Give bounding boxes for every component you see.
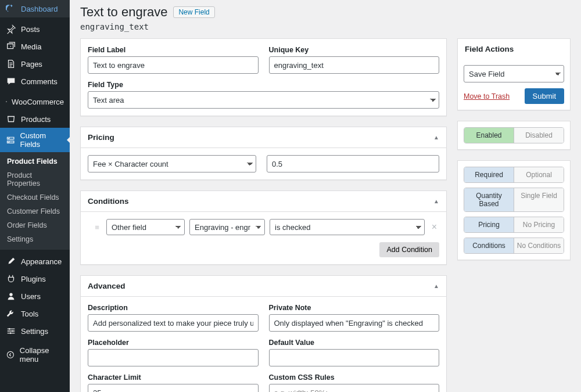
css-rules-input[interactable]	[269, 384, 440, 392]
conditions-toggle[interactable]: Conditions No Conditions	[464, 238, 564, 254]
pricing-amount-input[interactable]	[267, 155, 439, 172]
svg-point-2	[9, 328, 10, 330]
new-field-button[interactable]: New Field	[173, 6, 214, 18]
sidebar-label: Pages	[21, 60, 42, 69]
sidebar-label: Plugins	[21, 275, 46, 283]
field-type-label: Field Type	[88, 81, 439, 89]
sidebar-sub-checkout-fields[interactable]: Checkout Fields	[0, 190, 70, 204]
fields-icon	[6, 135, 15, 145]
collapse-icon[interactable]: ▲	[433, 198, 439, 204]
condition-check-select[interactable]: is checked	[270, 219, 425, 235]
sidebar-item-settings[interactable]: Settings	[0, 322, 70, 340]
sidebar-label: Collapse menu	[20, 346, 64, 364]
no-pricing-option[interactable]: No Pricing	[514, 217, 564, 232]
conditions-title: Conditions	[88, 197, 129, 206]
sidebar-item-comments[interactable]: Comments	[0, 73, 70, 90]
sidebar-item-posts[interactable]: Posts	[0, 20, 70, 38]
default-value-input[interactable]	[269, 349, 440, 366]
sidebar-item-custom-fields[interactable]: Custom Fields	[0, 128, 70, 152]
sidebar-label: Dashboard	[21, 5, 58, 13]
field-label-label: Field Label	[88, 46, 259, 54]
sidebar-item-users[interactable]: Users	[0, 287, 70, 305]
sidebar-sub-settings[interactable]: Settings	[0, 232, 70, 246]
general-box: Field Label Unique Key Field Type	[80, 38, 447, 116]
sidebar-sub-product-properties[interactable]: Product Properties	[0, 168, 70, 190]
pricing-box: Pricing ▲ Fee × Character count	[80, 127, 447, 180]
quantity-toggle[interactable]: Quantity Based Single Field	[464, 188, 564, 212]
disabled-option[interactable]: Disabled	[514, 128, 564, 143]
field-label-input[interactable]	[88, 56, 259, 74]
single-field-option[interactable]: Single Field	[514, 188, 564, 211]
sidebar-label: Media	[21, 42, 41, 51]
main-content: Text to engrave New Field engraving_text…	[70, 0, 581, 392]
sidebar-item-appearance[interactable]: Appearance	[0, 253, 70, 270]
sidebar-item-plugins[interactable]: Plugins	[0, 270, 70, 287]
sidebar-item-dashboard[interactable]: Dashboard	[0, 0, 70, 17]
page-title: Text to engrave	[80, 5, 167, 20]
svg-point-3	[12, 330, 13, 332]
sidebar-label: Appearance	[21, 257, 62, 266]
pricing-toggle[interactable]: Pricing No Pricing	[464, 217, 564, 233]
sidebar-item-products[interactable]: Products	[0, 110, 70, 128]
collapse-icon	[6, 350, 15, 360]
condition-target-select[interactable]: Engraving - engraving	[189, 219, 265, 235]
brush-icon	[6, 256, 16, 267]
remove-condition-icon[interactable]: ×	[429, 222, 439, 232]
sidebar-submenu: Product Fields Product Properties Checko…	[0, 152, 70, 250]
optional-option[interactable]: Optional	[514, 167, 564, 182]
woo-icon	[6, 96, 7, 107]
required-toggle[interactable]: Required Optional	[464, 167, 564, 183]
sidebar-item-pages[interactable]: Pages	[0, 55, 70, 73]
enabled-option[interactable]: Enabled	[464, 128, 514, 143]
save-field-select[interactable]: Save Field	[464, 65, 564, 82]
admin-sidebar: Dashboard Posts Media Pages Comments Woo…	[0, 0, 70, 392]
field-slug: engraving_text	[80, 22, 571, 31]
comment-icon	[6, 76, 16, 87]
sidebar-sub-product-fields[interactable]: Product Fields	[0, 154, 70, 168]
conditions-option[interactable]: Conditions	[464, 238, 514, 253]
sidebar-item-collapse[interactable]: Collapse menu	[0, 343, 70, 367]
pricing-method-select[interactable]: Fee × Character count	[88, 155, 256, 172]
field-actions-box: Field Actions Save Field Move to Trash S…	[457, 38, 571, 110]
sidebar-item-woocommerce[interactable]: WooCommerce	[0, 93, 70, 110]
description-input[interactable]	[88, 314, 259, 332]
placeholder-input[interactable]	[88, 349, 259, 366]
field-type-select[interactable]: Text area	[88, 91, 439, 109]
product-icon	[6, 114, 16, 124]
condition-type-select[interactable]: Other field	[106, 219, 185, 235]
collapse-icon[interactable]: ▲	[433, 134, 439, 141]
conditions-box: Conditions ▲ ≡ Other field Engraving - e…	[80, 190, 447, 265]
add-condition-button[interactable]: Add Condition	[379, 242, 439, 257]
attribute-toggles-box: Required Optional Quantity Based Single …	[457, 160, 571, 260]
user-icon	[6, 291, 16, 301]
sliders-icon	[6, 326, 16, 336]
quantity-based-option[interactable]: Quantity Based	[464, 188, 514, 211]
no-conditions-option[interactable]: No Conditions	[514, 238, 564, 253]
private-note-label: Private Note	[269, 304, 440, 312]
collapse-icon[interactable]: ▲	[433, 283, 439, 289]
char-limit-input[interactable]	[88, 384, 259, 392]
field-actions-title: Field Actions	[465, 45, 514, 53]
unique-key-input[interactable]	[269, 56, 440, 74]
move-to-trash-link[interactable]: Move to Trash	[464, 92, 510, 100]
sidebar-label: Settings	[21, 327, 48, 336]
plug-icon	[6, 274, 16, 284]
drag-handle-icon[interactable]: ≡	[92, 223, 102, 232]
sidebar-label: WooCommerce	[12, 98, 64, 106]
submit-button[interactable]: Submit	[525, 88, 564, 104]
pages-icon	[6, 59, 16, 69]
required-option[interactable]: Required	[464, 167, 514, 182]
sidebar-label: Products	[21, 115, 51, 124]
advanced-title: Advanced	[88, 282, 125, 290]
sidebar-label: Custom Fields	[20, 131, 64, 149]
sidebar-label: Users	[21, 292, 41, 301]
pricing-option[interactable]: Pricing	[464, 217, 514, 232]
sidebar-label: Posts	[21, 25, 40, 34]
sidebar-item-media[interactable]: Media	[0, 38, 70, 55]
sidebar-sub-order-fields[interactable]: Order Fields	[0, 218, 70, 232]
sidebar-sub-customer-fields[interactable]: Customer Fields	[0, 204, 70, 218]
enabled-toggle[interactable]: Enabled Disabled	[464, 127, 564, 143]
private-note-input[interactable]	[269, 314, 440, 332]
sidebar-item-tools[interactable]: Tools	[0, 305, 70, 322]
gauge-icon	[6, 3, 16, 14]
